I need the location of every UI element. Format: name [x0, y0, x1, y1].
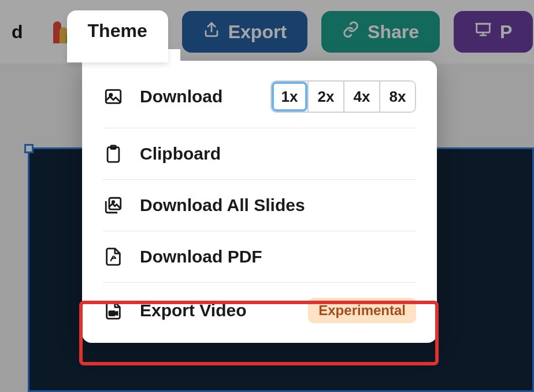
image-icon: [103, 86, 124, 107]
scale-4x[interactable]: 4x: [343, 82, 379, 112]
share-button-label: Share: [368, 21, 419, 43]
link-icon: [342, 21, 359, 43]
selection-handle[interactable]: [24, 144, 34, 153]
menu-item-export-video[interactable]: Export Video Experimental: [82, 283, 437, 338]
scale-8x[interactable]: 8x: [379, 82, 415, 112]
menu-item-download[interactable]: Download 1x 2x 4x 8x: [82, 65, 437, 128]
share-button[interactable]: Share: [321, 11, 440, 53]
menu-item-label: Download All Slides: [140, 195, 416, 215]
svg-rect-0: [477, 24, 490, 32]
scale-1x[interactable]: 1x: [272, 82, 307, 112]
video-file-icon: [103, 300, 124, 321]
svg-point-6: [112, 201, 114, 203]
toolbar-left-fragment: d: [12, 21, 23, 43]
clipboard-icon: [103, 143, 124, 164]
scale-2x[interactable]: 2x: [307, 82, 343, 112]
scale-selector: 1x 2x 4x 8x: [270, 80, 416, 113]
present-button[interactable]: P: [454, 11, 533, 53]
export-dropdown: Download 1x 2x 4x 8x Clipboard Download …: [82, 61, 437, 343]
presentation-icon: [474, 21, 492, 43]
menu-item-label: Download PDF: [140, 247, 416, 267]
theme-button[interactable]: Theme: [67, 10, 168, 62]
experimental-badge: Experimental: [308, 298, 416, 323]
images-stack-icon: [103, 195, 124, 216]
export-button-label: Export: [228, 21, 287, 43]
export-icon: [203, 21, 220, 43]
svg-rect-7: [109, 311, 115, 315]
export-button[interactable]: Export: [182, 11, 307, 53]
menu-item-download-pdf[interactable]: Download PDF: [82, 231, 437, 282]
menu-item-label: Export Video: [140, 301, 292, 320]
menu-item-download-all[interactable]: Download All Slides: [82, 180, 437, 231]
theme-button-label: Theme: [88, 20, 147, 42]
menu-item-label: Clipboard: [140, 144, 416, 164]
menu-item-label: Download: [140, 87, 254, 106]
pdf-icon: [103, 246, 124, 267]
menu-item-clipboard[interactable]: Clipboard: [82, 128, 437, 179]
toolbar: d Theme Export Share P: [0, 0, 534, 64]
present-button-label: P: [500, 21, 512, 43]
